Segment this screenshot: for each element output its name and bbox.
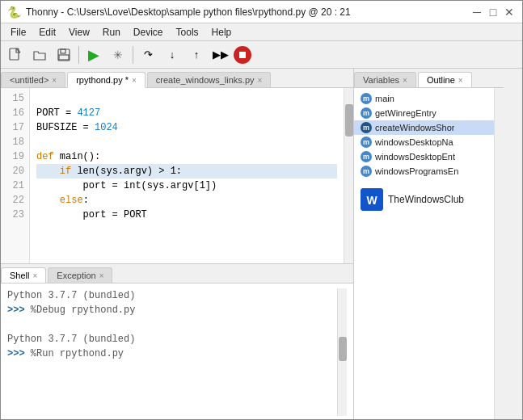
- code-line-18: [36, 135, 337, 149]
- outline-icon-createwindows: m: [361, 122, 372, 133]
- new-file-button[interactable]: [4, 44, 27, 66]
- main-area: <untitled> × rpythond.py * × create_wind…: [1, 69, 522, 420]
- menu-device[interactable]: Device: [127, 25, 170, 40]
- editor-tab-bar: <untitled> × rpythond.py * × create_wind…: [1, 69, 353, 88]
- right-panel: Variables × Outline × m main m getWinre: [354, 69, 504, 420]
- svg-rect-3: [59, 55, 69, 60]
- bottom-pane: Shell × Exception × Python 3.7.7 (bundle…: [1, 263, 353, 420]
- step-out-button[interactable]: ↑: [185, 44, 208, 66]
- tab-shell-close[interactable]: ×: [32, 271, 37, 280]
- code-scrollbar[interactable]: [344, 88, 353, 263]
- code-line-16: PORT = 4127: [36, 106, 337, 120]
- line-num-15: 15: [6, 91, 24, 106]
- outline-item-main[interactable]: m main: [354, 91, 494, 106]
- tab-untitled[interactable]: <untitled> ×: [1, 72, 65, 87]
- svg-text:W: W: [366, 194, 377, 207]
- tab-rpythond-close[interactable]: ×: [132, 76, 137, 85]
- outline-item-createwindows[interactable]: m createWindowsShor: [354, 120, 494, 135]
- menu-help[interactable]: Help: [205, 25, 238, 40]
- save-file-button[interactable]: [53, 44, 75, 66]
- shell-line-4: Python 3.7.7 (bundled): [7, 332, 337, 346]
- outline-item-windowsdesktop1[interactable]: m windowsDesktopNa: [354, 135, 494, 149]
- shell-content[interactable]: Python 3.7.7 (bundled) >>> %Debug rpytho…: [1, 284, 353, 420]
- toolbar: ▶ ✳ ↷ ↓ ↑ ▶▶: [1, 41, 522, 69]
- shell-line-3: [7, 317, 337, 332]
- open-file-icon: [32, 48, 47, 62]
- tab-exception-close[interactable]: ×: [99, 271, 104, 280]
- logo-icon: W: [361, 188, 383, 211]
- shell-line-1: Python 3.7.7 (bundled): [7, 288, 337, 303]
- line-num-21: 21: [6, 178, 24, 193]
- menu-bar: File Edit View Run Device Tools Help: [1, 23, 522, 41]
- outline-icon-windowsdesktop1: m: [361, 136, 372, 148]
- outline-label-windowsdesktop2: windowsDesktopEnt: [375, 152, 455, 162]
- tab-untitled-label: <untitled>: [10, 75, 49, 85]
- outline-list: m main m getWinregEntry m createWindowsS…: [354, 88, 504, 420]
- step-over-button[interactable]: ↷: [137, 44, 159, 66]
- tab-exception[interactable]: Exception ×: [48, 267, 112, 283]
- code-line-23: port = PORT: [36, 208, 337, 222]
- code-area: 15 16 17 18 19 20 21 22 23 PORT = 4127 B…: [1, 88, 353, 263]
- outline-icon-windowsprograms: m: [361, 166, 372, 177]
- shell-text: Python 3.7.7 (bundled) >>> %Debug rpytho…: [7, 288, 337, 416]
- outline-item-windowsprograms[interactable]: m windowsProgramsEn: [354, 164, 494, 178]
- tab-outline[interactable]: Outline ×: [418, 72, 472, 87]
- menu-file[interactable]: File: [4, 25, 32, 40]
- logo-item: W TheWindowsClub: [354, 185, 494, 214]
- code-scroll-thumb[interactable]: [345, 104, 353, 136]
- shell-line-2: >>> %Debug rpythond.py: [7, 303, 337, 317]
- run-button[interactable]: ▶: [82, 44, 105, 66]
- bottom-tab-bar: Shell × Exception ×: [1, 264, 353, 284]
- tab-create-windows-links-close[interactable]: ×: [258, 76, 263, 85]
- menu-run[interactable]: Run: [96, 25, 127, 40]
- shell-line-5: >>> %Run rpythond.py: [7, 346, 337, 361]
- tab-outline-close[interactable]: ×: [458, 76, 463, 85]
- right-scrollbar[interactable]: [494, 88, 504, 420]
- code-line-15: [36, 91, 337, 106]
- tab-rpythond[interactable]: rpythond.py * ×: [67, 72, 146, 88]
- toolbar-separator-1: [78, 46, 79, 64]
- stop-button[interactable]: [234, 46, 251, 64]
- shell-scrollbar[interactable]: [337, 288, 347, 416]
- tab-shell-label: Shell: [10, 271, 29, 280]
- line-num-22: 22: [6, 193, 24, 208]
- maximize-button[interactable]: □: [487, 6, 500, 19]
- code-line-17: BUFSIZE = 1024: [36, 120, 337, 135]
- tab-create-windows-links[interactable]: create_windows_links.py ×: [147, 72, 272, 87]
- close-button[interactable]: ✕: [503, 6, 516, 19]
- tab-untitled-close[interactable]: ×: [52, 76, 57, 85]
- tab-rpythond-label: rpythond.py *: [76, 75, 129, 85]
- step-into-button[interactable]: ↓: [161, 44, 183, 66]
- minimize-button[interactable]: ─: [470, 6, 483, 19]
- save-file-icon: [57, 48, 71, 62]
- tab-variables[interactable]: Variables ×: [354, 72, 416, 87]
- tab-shell[interactable]: Shell ×: [1, 267, 46, 283]
- title-bar: 🐍 Thonny - C:\Users\Love\Desktop\sample …: [1, 1, 522, 23]
- menu-view[interactable]: View: [62, 25, 96, 40]
- line-num-20: 20: [6, 164, 24, 178]
- shell-scroll-thumb[interactable]: [339, 337, 347, 361]
- menu-edit[interactable]: Edit: [32, 25, 62, 40]
- open-file-button[interactable]: [28, 44, 51, 66]
- code-line-21: port = int(sys.argv[1]): [36, 178, 337, 193]
- code-content[interactable]: PORT = 4127 BUFSIZE = 1024 def main(): i…: [30, 88, 344, 263]
- code-line-19: def main():: [36, 149, 337, 164]
- right-tab-bar: Variables × Outline ×: [354, 69, 504, 88]
- outline-icon-main: m: [361, 93, 372, 104]
- outline-item-windowsdesktop2[interactable]: m windowsDesktopEnt: [354, 149, 494, 164]
- code-line-20: if len(sys.argv) > 1:: [36, 164, 337, 178]
- window-controls: ─ □ ✕: [470, 6, 516, 19]
- tab-variables-label: Variables: [363, 75, 399, 85]
- debug-button[interactable]: ✳: [107, 44, 129, 66]
- outline-item-getwinreg[interactable]: m getWinregEntry: [354, 106, 494, 120]
- tab-variables-close[interactable]: ×: [403, 76, 407, 85]
- line-num-18: 18: [6, 135, 24, 149]
- resume-button[interactable]: ▶▶: [209, 44, 232, 66]
- app-icon: 🐍: [7, 6, 21, 19]
- menu-tools[interactable]: Tools: [170, 25, 205, 40]
- toolbar-separator-2: [133, 46, 133, 64]
- logo-text: TheWindowsClub: [388, 194, 464, 205]
- line-num-17: 17: [6, 120, 24, 135]
- code-line-22: else:: [36, 193, 337, 208]
- new-file-icon: [8, 48, 23, 62]
